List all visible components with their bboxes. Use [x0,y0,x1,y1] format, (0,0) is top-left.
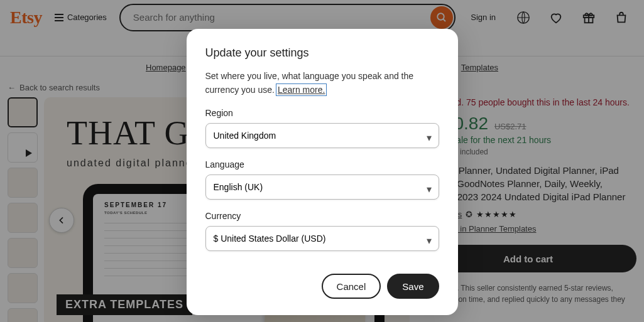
save-button[interactable]: Save [387,274,439,299]
settings-modal: Update your settings Set where you live,… [187,29,458,315]
region-label: Region [205,108,439,118]
cancel-button[interactable]: Cancel [322,274,381,299]
modal-description: Set where you live, what language you sp… [205,70,439,97]
region-select[interactable]: United Kingdom [205,123,439,148]
modal-title: Update your settings [205,46,439,60]
currency-select[interactable]: $ United States Dollar (USD) [205,226,439,251]
learn-more-link[interactable]: Learn more. [277,85,325,95]
language-select[interactable]: English (UK) [205,174,439,200]
language-label: Language [205,159,439,169]
currency-label: Currency [205,211,439,221]
